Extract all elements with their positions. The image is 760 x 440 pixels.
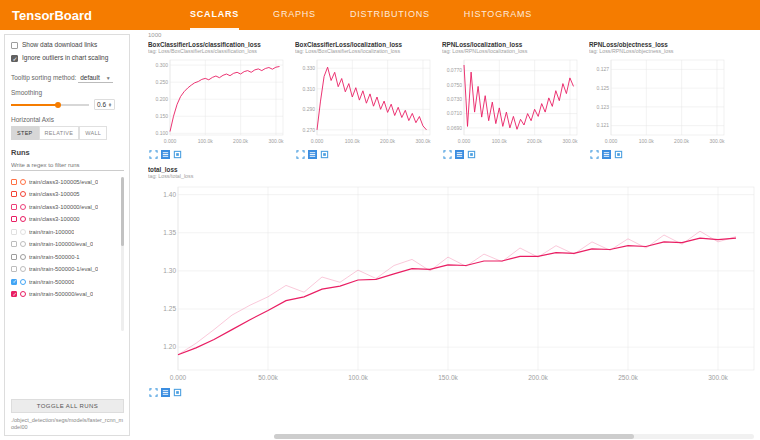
tab-distributions[interactable]: DISTRIBUTIONS xyxy=(350,0,430,30)
run-row[interactable]: train/train-500000 xyxy=(11,275,118,288)
expand-icon[interactable] xyxy=(296,150,305,159)
tensorboard-app: TensorBoard SCALARS GRAPHS DISTRIBUTIONS… xyxy=(0,0,760,440)
app-title: TensorBoard xyxy=(0,8,190,23)
run-table-icon[interactable] xyxy=(161,150,170,159)
run-isolator-icon[interactable] xyxy=(20,216,26,222)
run-isolator-icon[interactable] xyxy=(20,241,26,247)
horizontal-scrollbar-thumb[interactable] xyxy=(274,434,634,439)
run-table-icon[interactable] xyxy=(602,150,611,159)
svg-text:1.25: 1.25 xyxy=(163,305,176,312)
svg-text:1.40: 1.40 xyxy=(163,191,176,198)
svg-text:0.330: 0.330 xyxy=(302,65,315,71)
smoothing-value[interactable]: 0.6 ▲▼ xyxy=(94,99,115,110)
run-checkbox[interactable] xyxy=(11,191,17,197)
run-label: train/train-100000/eval_0 xyxy=(29,241,93,247)
line-chart-objectness-loss[interactable]: 0.1210.1230.1250.1270.000100.0k200.0k300… xyxy=(589,56,729,148)
line-chart-localization-loss[interactable]: 0.2700.2900.3100.3300.000100.0k200.0k300… xyxy=(295,56,435,148)
fit-domain-icon[interactable] xyxy=(320,150,329,159)
axis-relative-button[interactable]: RELATIVE xyxy=(39,126,80,140)
run-row[interactable]: train/class3-100005/eval_0 xyxy=(11,175,118,188)
run-row[interactable]: train/train-500000-1 xyxy=(11,250,118,263)
svg-text:0.121: 0.121 xyxy=(596,122,609,128)
run-table-icon[interactable] xyxy=(161,388,170,397)
fit-domain-icon[interactable] xyxy=(467,150,476,159)
smoothing-knob[interactable] xyxy=(55,102,61,108)
line-chart-classification-loss[interactable]: 0.1000.1500.2000.2500.3000.000100.0k200.… xyxy=(148,56,288,148)
run-isolator-icon[interactable] xyxy=(20,179,26,185)
spinner-icon[interactable]: ▲▼ xyxy=(108,103,112,107)
line-chart-total-loss[interactable]: 1.201.251.301.351.400.00050.00k100.0k150… xyxy=(148,181,760,386)
axis-wall-button[interactable]: WALL xyxy=(79,126,107,140)
tab-histograms[interactable]: HISTOGRAMS xyxy=(464,0,532,30)
run-isolator-icon[interactable] xyxy=(20,204,26,210)
svg-text:150.0k: 150.0k xyxy=(438,374,458,381)
run-row[interactable]: train/train-100000/eval_0 xyxy=(11,238,118,251)
chart-tag: tag: Loss/RPNLoss/localization_loss xyxy=(442,48,582,54)
run-checkbox[interactable] xyxy=(11,179,17,185)
runs-scrollbar-thumb[interactable] xyxy=(121,177,124,246)
line-chart-rpn-localization-loss[interactable]: 0.06900.07100.07300.07500.07700.000100.0… xyxy=(442,56,582,148)
runs-scrollbar[interactable] xyxy=(121,177,124,331)
run-checkbox[interactable] xyxy=(11,241,17,247)
run-row[interactable]: train/class3-100005 xyxy=(11,188,118,201)
run-row[interactable]: train/train-500000-1/eval_0 xyxy=(11,263,118,276)
show-download-links-label: Show data download links xyxy=(22,41,97,49)
smoothing-label: Smoothing xyxy=(11,89,124,96)
run-checkbox[interactable] xyxy=(11,254,17,260)
run-isolator-icon[interactable] xyxy=(20,254,26,260)
run-isolator-icon[interactable] xyxy=(20,279,26,285)
tab-graphs[interactable]: GRAPHS xyxy=(273,0,316,30)
chart-tools xyxy=(589,148,729,159)
svg-text:1.20: 1.20 xyxy=(163,343,176,350)
expand-icon[interactable] xyxy=(149,388,158,397)
svg-text:50.00k: 50.00k xyxy=(258,374,278,381)
horizontal-scrollbar[interactable] xyxy=(274,434,754,439)
axis-step-button[interactable]: STEP xyxy=(11,126,39,140)
run-isolator-icon[interactable] xyxy=(20,229,26,235)
chevron-down-icon: ▼ xyxy=(106,75,111,81)
run-isolator-icon[interactable] xyxy=(20,291,26,297)
run-isolator-icon[interactable] xyxy=(20,266,26,272)
svg-text:1.30: 1.30 xyxy=(163,267,176,274)
run-row[interactable]: train/train-500000/eval_0 xyxy=(11,288,118,301)
run-table-icon[interactable] xyxy=(455,150,464,159)
show-download-links-row[interactable]: Show data download links xyxy=(11,41,124,49)
run-label: train/train-500000-1/eval_0 xyxy=(29,266,98,272)
checkbox-unchecked-icon[interactable] xyxy=(11,42,18,49)
run-checkbox[interactable] xyxy=(11,229,17,235)
svg-text:0.300: 0.300 xyxy=(155,62,168,68)
runs-regex-input[interactable] xyxy=(11,160,124,171)
smoothing-value-text: 0.6 xyxy=(97,101,106,108)
fit-domain-icon[interactable] xyxy=(173,388,182,397)
run-row[interactable]: train/train-100000 xyxy=(11,225,118,238)
run-isolator-icon[interactable] xyxy=(20,191,26,197)
run-table-icon[interactable] xyxy=(308,150,317,159)
run-row[interactable]: train/class3-100000/eval_0 xyxy=(11,200,118,213)
horizontal-axis-label: Horizontal Axis xyxy=(11,116,124,123)
run-label: train/train-500000/eval_0 xyxy=(29,291,93,297)
tab-scalars[interactable]: SCALARS xyxy=(190,0,239,30)
runs-section: Runs train/class3-100005/eval_0 train/cl… xyxy=(11,148,124,431)
svg-text:0.200: 0.200 xyxy=(155,96,168,102)
svg-text:200.0k: 200.0k xyxy=(528,374,548,381)
expand-icon[interactable] xyxy=(443,150,452,159)
expand-icon[interactable] xyxy=(590,150,599,159)
toggle-all-runs-button[interactable]: TOGGLE ALL RUNS xyxy=(11,399,124,413)
chart-card: BoxClassifierLoss/localization_loss tag:… xyxy=(295,41,435,159)
svg-text:0.0730: 0.0730 xyxy=(447,96,463,102)
checkbox-checked-icon[interactable] xyxy=(11,55,18,62)
fit-domain-icon[interactable] xyxy=(173,150,182,159)
run-checkbox[interactable] xyxy=(11,279,17,285)
tooltip-sort-dropdown[interactable]: default ▼ xyxy=(78,73,112,83)
fit-domain-icon[interactable] xyxy=(614,150,623,159)
svg-text:100.0k: 100.0k xyxy=(639,138,655,144)
run-checkbox[interactable] xyxy=(11,266,17,272)
expand-icon[interactable] xyxy=(149,150,158,159)
smoothing-slider[interactable] xyxy=(11,101,89,109)
run-checkbox[interactable] xyxy=(11,204,17,210)
run-row[interactable]: train/class3-100000 xyxy=(11,213,118,226)
ignore-outliers-row[interactable]: Ignore outliers in chart scaling xyxy=(11,54,124,62)
chart-card: BoxClassifierLoss/classification_loss ta… xyxy=(148,41,288,159)
run-checkbox[interactable] xyxy=(11,291,17,297)
run-checkbox[interactable] xyxy=(11,216,17,222)
